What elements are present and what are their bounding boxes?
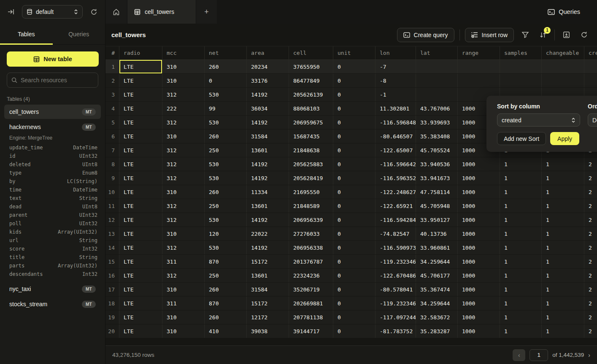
cell-lat[interactable]: 35.367474 (416, 283, 458, 296)
cell-mcc[interactable]: 311 (162, 297, 205, 310)
cell-lat[interactable]: 45.706177 (416, 269, 458, 282)
cell-cell[interactable]: 205626139 (289, 88, 333, 101)
schema-field-row[interactable]: parentUInt32 (9, 211, 97, 219)
row-number[interactable]: 1 (105, 60, 119, 73)
cell-cell[interactable]: 21848638 (289, 143, 333, 157)
cell-unit[interactable]: 0 (333, 269, 375, 282)
cell-net[interactable]: 250 (205, 143, 247, 157)
cell-radio[interactable]: LTE (119, 241, 162, 254)
cell-cell[interactable]: 206959675 (289, 116, 333, 129)
cell-lon[interactable]: -119.232346 (375, 297, 416, 310)
cell-cell[interactable]: 88068103 (289, 102, 333, 115)
cell-mcc[interactable]: 310 (162, 129, 205, 143)
cell-created[interactable]: 2 (584, 241, 597, 254)
cell-cell[interactable]: 86477849 (289, 74, 333, 87)
column-header-lat[interactable]: lat (416, 46, 458, 59)
cell-created[interactable]: 2 (584, 283, 597, 296)
cell-cell[interactable]: 35206719 (289, 283, 333, 296)
row-number[interactable]: 12 (105, 213, 119, 226)
cell-lat[interactable]: 45.705524 (416, 143, 458, 157)
cell-lon[interactable]: -8 (375, 74, 416, 87)
column-header-net[interactable]: net (205, 46, 247, 59)
cell-cell[interactable]: 22324236 (289, 269, 333, 282)
cell-lat[interactable]: 47.758114 (416, 185, 458, 199)
cell-changeable[interactable]: 1 (542, 185, 584, 199)
cell-radio[interactable]: LTE (119, 269, 162, 282)
cell-samples[interactable]: 1 (500, 171, 542, 185)
cell-range[interactable]: 1000 (458, 310, 500, 324)
cell-cell[interactable]: 27276033 (289, 227, 333, 240)
cell-area[interactable]: 22022 (247, 227, 289, 240)
schema-field-row[interactable]: deadUInt8 (9, 202, 97, 211)
cell-samples[interactable]: 1 (500, 297, 542, 310)
cell-changeable[interactable]: 1 (542, 310, 584, 324)
refresh-table-button[interactable] (578, 29, 590, 41)
cell-range[interactable] (458, 60, 500, 73)
cell-lat[interactable]: 33.950127 (416, 213, 458, 226)
cell-unit[interactable]: 0 (333, 143, 375, 157)
cell-lon[interactable]: -122.65921 (375, 199, 416, 213)
schema-field-row[interactable]: urlString (9, 236, 97, 245)
cell-lon[interactable]: -80.646507 (375, 129, 416, 143)
create-query-button[interactable]: Create query (397, 28, 454, 42)
row-number[interactable]: 7 (105, 143, 119, 157)
database-selector[interactable]: default (22, 5, 83, 19)
cell-lat[interactable]: 32.583672 (416, 310, 458, 324)
cell-net[interactable]: 99 (205, 102, 247, 115)
cell-net[interactable]: 0 (205, 74, 247, 87)
cell-unit[interactable]: 0 (333, 60, 375, 73)
cell-range[interactable]: 1000 (458, 283, 500, 296)
cell-radio[interactable]: LTE (119, 255, 162, 268)
page-number-input[interactable] (529, 349, 548, 361)
cell-samples[interactable]: 1 (500, 199, 542, 213)
cell-cell[interactable]: 39144717 (289, 324, 333, 338)
cell-samples[interactable]: 1 (500, 213, 542, 226)
cell-net[interactable]: 530 (205, 241, 247, 254)
cell-lon[interactable]: -122.248627 (375, 185, 416, 199)
cell-lat[interactable] (416, 74, 458, 87)
sidebar-item-hackernews[interactable]: hackernews MT (4, 120, 101, 134)
cell-unit[interactable]: 0 (333, 102, 375, 115)
cell-changeable[interactable]: 1 (542, 227, 584, 240)
queries-button[interactable]: Queries (541, 0, 597, 24)
row-number[interactable]: 14 (105, 241, 119, 254)
cell-lon[interactable]: -116.596642 (375, 157, 416, 171)
cell-changeable[interactable]: 1 (542, 255, 584, 268)
schema-field-row[interactable]: typeEnum8 (9, 169, 97, 177)
cell-created[interactable] (584, 74, 597, 87)
row-number[interactable]: 16 (105, 269, 119, 282)
row-number[interactable]: 2 (105, 74, 119, 87)
column-header-mcc[interactable]: mcc (162, 46, 205, 59)
cell-area[interactable]: 15172 (247, 297, 289, 310)
cell-range[interactable]: 1000 (458, 213, 500, 226)
cell-net[interactable]: 260 (205, 283, 247, 296)
cell-area[interactable]: 14192 (247, 116, 289, 129)
sort-column-select[interactable]: created (497, 113, 580, 127)
cell-lon[interactable]: 11.302801 (375, 102, 416, 115)
refresh-databases-button[interactable] (89, 7, 99, 17)
cell-cell[interactable]: 37655950 (289, 60, 333, 73)
cell-area[interactable]: 39038 (247, 324, 289, 338)
cell-cell[interactable]: 21695550 (289, 185, 333, 199)
cell-samples[interactable]: 1 (500, 227, 542, 240)
cell-radio[interactable]: LTE (119, 324, 162, 338)
cell-radio[interactable]: LTE (119, 213, 162, 226)
cell-mcc[interactable]: 222 (162, 102, 205, 115)
cell-range[interactable]: 1000 (458, 297, 500, 310)
cell-radio[interactable]: LTE (119, 310, 162, 324)
cell-lon[interactable]: -117.097244 (375, 310, 416, 324)
cell-created[interactable]: 2 (584, 255, 597, 268)
cell-area[interactable]: 15172 (247, 255, 289, 268)
cell-radio[interactable]: LTE (119, 157, 162, 171)
row-number[interactable]: 18 (105, 297, 119, 310)
cell-area[interactable]: 20234 (247, 60, 289, 73)
cell-created[interactable]: 2 (584, 269, 597, 282)
row-number[interactable]: 10 (105, 185, 119, 199)
cell-created[interactable]: 2 (584, 324, 597, 338)
cell-area[interactable]: 14192 (247, 157, 289, 171)
cell-lat[interactable] (416, 88, 458, 101)
row-number[interactable]: 9 (105, 171, 119, 185)
cell-lon[interactable]: -116.594284 (375, 213, 416, 226)
cell-samples[interactable]: 1 (500, 324, 542, 338)
cell-area[interactable]: 14192 (247, 241, 289, 254)
